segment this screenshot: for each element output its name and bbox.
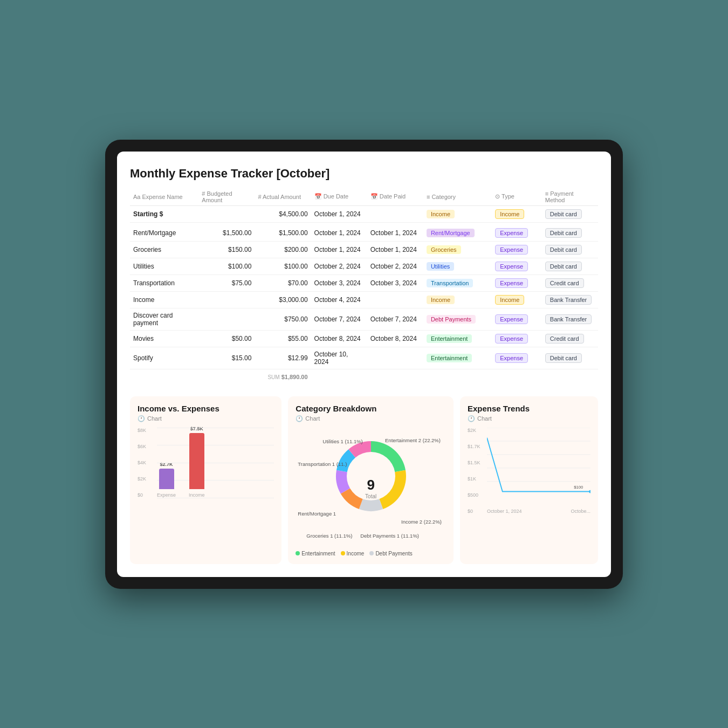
cell-paid: October 1, 2024: [367, 241, 423, 258]
donut-segment: [379, 470, 406, 509]
col-header-payment: ≡ Payment Method: [542, 188, 598, 206]
donut-total-label: Total: [365, 493, 376, 499]
cell-actual: $200.00: [255, 241, 311, 258]
cell-budgeted: [198, 308, 255, 330]
payment-badge: Credit card: [545, 278, 584, 288]
legend-label: Debt Payments: [375, 551, 412, 557]
charts-row: Income vs. Expenses 🕐 Chart $8K$6K$4K$2K…: [130, 396, 598, 564]
cell-name: Utilities: [130, 258, 198, 274]
cell-due: October 8, 2024: [311, 330, 367, 347]
cell-name: Movies: [130, 330, 198, 347]
cell-paid: October 1, 2024: [367, 225, 423, 242]
cell-category: Income: [423, 205, 492, 222]
donut-label-groceries: Groceries 1 (11.1%): [306, 533, 352, 539]
cell-paid: [367, 205, 423, 222]
col-header-category: ≡ Category: [423, 188, 492, 206]
cell-category: Rent/Mortgage: [423, 225, 492, 242]
type-badge: Expense: [495, 278, 528, 288]
legend-label: Entertainment: [301, 551, 335, 557]
donut-label-utilities: Utilities 1 (11.1%): [322, 438, 362, 444]
bar-chart-title: Income vs. Expenses: [138, 404, 274, 413]
donut-label-entertainment: Entertainment 2 (22.2%): [385, 437, 441, 443]
cell-actual: $4,500.00: [255, 205, 311, 222]
col-header-paid: 📅 Date Paid: [367, 188, 423, 206]
table-row: Groceries $150.00 $200.00 October 1, 202…: [130, 241, 598, 258]
cell-payment: Debit card: [542, 241, 598, 258]
cell-due: October 2, 2024: [311, 258, 367, 274]
cell-category: Groceries: [423, 241, 492, 258]
sum-label: [130, 369, 198, 383]
bar-chart-visual: $8K$6K$4K$2K$0 $2.7KExpense$7.5KIncome: [138, 428, 274, 514]
payment-badge: Credit card: [545, 334, 584, 344]
cell-category: Entertainment: [423, 347, 492, 369]
cell-actual: $100.00: [255, 258, 311, 274]
cell-due: October 7, 2024: [311, 308, 367, 330]
type-badge: Expense: [495, 334, 528, 344]
col-header-actual: # Actual Amount: [255, 188, 311, 206]
legend-item: Income: [341, 551, 365, 557]
legend-item: Entertainment: [296, 551, 335, 557]
legend-item: Debt Payments: [369, 551, 412, 557]
cell-type: Expense: [492, 258, 542, 274]
donut-label-transport: Transportation 1 (11.): [298, 461, 347, 467]
line-y-label: $500: [468, 492, 485, 498]
cell-due: October 1, 2024: [311, 225, 367, 242]
bar-x-label: Income: [189, 492, 205, 498]
bar-visual: [159, 469, 174, 489]
category-badge: Entertainment: [427, 354, 472, 362]
cell-paid: October 8, 2024: [367, 330, 423, 347]
bar-y-label: $6K: [138, 444, 146, 449]
payment-badge: Debit card: [545, 245, 582, 255]
cell-name: Transportation: [130, 274, 198, 291]
cell-type: Income: [492, 205, 542, 222]
cell-actual: $750.00: [255, 308, 311, 330]
line-y-label: $1K: [468, 476, 485, 482]
cell-payment: Debit card: [542, 258, 598, 274]
cell-actual: $3,000.00: [255, 291, 311, 308]
line-y-label: $1.7K: [468, 444, 485, 449]
cell-budgeted: $50.00: [198, 330, 255, 347]
type-badge: Income: [495, 209, 524, 219]
donut-segment: [359, 499, 382, 511]
payment-badge: Debit card: [545, 209, 582, 219]
cell-name: Starting $: [130, 205, 198, 222]
line-chart-title: Expense Trends: [468, 404, 590, 413]
type-badge: Expense: [495, 245, 528, 255]
payment-badge: Debit card: [545, 353, 582, 363]
line-chart-line: [487, 437, 590, 491]
table-row: Utilities $100.00 $100.00 October 2, 202…: [130, 258, 598, 274]
category-badge: Rent/Mortgage: [427, 229, 475, 237]
donut-label-rent: Rent/Mortgage 1: [298, 511, 336, 517]
line-chart-area: $2K$1.7K$1.5K$1K$500$0 $100 October 1, 2…: [468, 428, 590, 514]
cell-payment: Bank Transfer: [542, 291, 598, 308]
tablet-screen: Monthly Expense Tracker [October] Aa Exp…: [117, 152, 611, 577]
cell-paid: October 2, 2024: [367, 258, 423, 274]
cell-name: Rent/Mortgage: [130, 225, 198, 242]
type-badge: Income: [495, 295, 524, 305]
payment-badge: Bank Transfer: [545, 295, 592, 305]
cell-budgeted: $150.00: [198, 241, 255, 258]
cell-category: Utilities: [423, 258, 492, 274]
cell-budgeted: $15.00: [198, 347, 255, 369]
cell-category: Debt Payments: [423, 308, 492, 330]
bar-chart-box: Income vs. Expenses 🕐 Chart $8K$6K$4K$2K…: [130, 396, 281, 564]
payment-badge: Bank Transfer: [545, 314, 592, 324]
cell-payment: Credit card: [542, 330, 598, 347]
category-badge: Entertainment: [427, 334, 472, 343]
expense-table: Aa Expense Name # Budgeted Amount # Actu…: [130, 188, 598, 383]
category-badge: Income: [427, 296, 455, 304]
bar-y-label: $0: [138, 492, 146, 498]
clock-icon-3: 🕐: [468, 415, 475, 422]
category-badge: Utilities: [427, 262, 454, 271]
cell-budgeted: $75.00: [198, 274, 255, 291]
cell-type: Expense: [492, 330, 542, 347]
table-row: Income $3,000.00 October 4, 2024 Income …: [130, 291, 598, 308]
type-badge: Expense: [495, 228, 528, 238]
table-row: Rent/Mortgage $1,500.00 $1,500.00 Octobe…: [130, 225, 598, 242]
line-chart-subtitle: 🕐 Chart: [468, 415, 590, 422]
cell-actual: $55.00: [255, 330, 311, 347]
cell-actual: $12.99: [255, 347, 311, 369]
cell-actual: $70.00: [255, 274, 311, 291]
col-header-name: Aa Expense Name: [130, 188, 198, 206]
donut-legend: EntertainmentIncomeDebt Payments: [296, 551, 446, 557]
